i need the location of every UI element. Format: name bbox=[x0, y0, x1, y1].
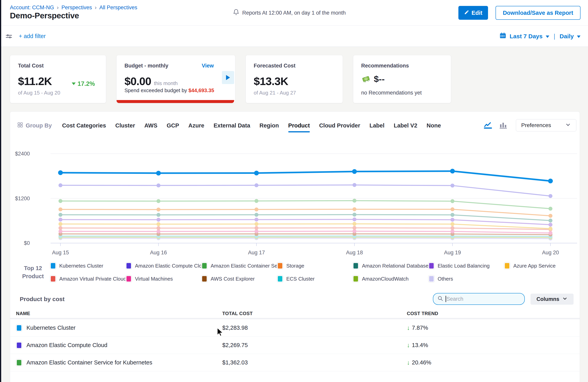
breadcrumb-all-perspectives-link[interactable]: All Perspectives bbox=[99, 4, 137, 11]
total-cost-label: Total Cost bbox=[18, 63, 98, 69]
col-header-cost-trend[interactable]: COST TREND bbox=[407, 311, 580, 316]
svg-text:$1200: $1200 bbox=[15, 195, 30, 201]
forecasted-cost-card: Forecasted Cost $13.3K of Aug 21 - Aug 2… bbox=[246, 55, 343, 103]
series-swatch bbox=[201, 262, 208, 269]
recommendations-card: Recommendations $-- no Recommendations y… bbox=[353, 55, 451, 103]
money-with-wings-icon bbox=[361, 74, 371, 84]
text-cursor bbox=[445, 296, 446, 302]
line-chart-icon[interactable] bbox=[483, 120, 493, 130]
chevron-down-icon[interactable] bbox=[577, 36, 581, 38]
pencil-icon bbox=[464, 10, 469, 16]
svg-text:Aug 15: Aug 15 bbox=[52, 249, 69, 255]
series-swatch bbox=[504, 262, 510, 269]
recommendations-label: Recommendations bbox=[361, 63, 443, 69]
tab-none[interactable]: None bbox=[427, 122, 441, 129]
legend-item[interactable]: ECS Cluster bbox=[277, 275, 353, 282]
mouse-cursor bbox=[217, 327, 224, 337]
table-row[interactable]: Kubernetes Cluster $2,283.98 ↓ 7.87% bbox=[10, 319, 580, 337]
product-cost-table-section: Product by cost Search Columns NAME TOT bbox=[10, 290, 580, 371]
divider: | bbox=[554, 33, 555, 40]
series-swatch bbox=[126, 262, 132, 269]
row-name: Amazon Elastic Container Service for Kub… bbox=[26, 359, 152, 366]
legend-title: Top 12 Product bbox=[16, 264, 50, 280]
table-header-divider bbox=[10, 318, 580, 319]
trend-down-arrow-icon: ↓ bbox=[407, 359, 410, 366]
svg-text:Aug 17: Aug 17 bbox=[248, 249, 265, 255]
bar-chart-icon[interactable] bbox=[499, 120, 508, 130]
tab-cost-categories[interactable]: Cost Categories bbox=[62, 122, 106, 129]
series-swatch bbox=[16, 325, 22, 331]
download-save-report-button[interactable]: Download/Save as Report bbox=[496, 6, 581, 20]
svg-text:Aug 20: Aug 20 bbox=[542, 249, 559, 255]
budget-overspend-bar bbox=[117, 100, 234, 103]
table-row[interactable]: Amazon Elastic Compute Cloud $2,269.75 ↓… bbox=[10, 337, 580, 354]
col-header-total-cost[interactable]: TOTAL COST bbox=[222, 311, 407, 316]
budget-view-link[interactable]: View bbox=[202, 63, 214, 69]
legend-item[interactable]: Virtual Machines bbox=[126, 275, 201, 282]
add-filter-button[interactable]: + add filter bbox=[19, 26, 46, 47]
total-cost-period: of Aug 15 - Aug 20 bbox=[18, 90, 60, 96]
row-total-cost: $2,269.75 bbox=[222, 342, 407, 348]
series-swatch bbox=[353, 275, 359, 282]
breadcrumb-separator: › bbox=[95, 4, 96, 11]
budget-exceeded-amount: $44,693.35 bbox=[189, 87, 214, 93]
collapsed-sidebar-edge bbox=[0, 0, 1, 382]
legend-item[interactable]: Elastic Load Balancing bbox=[428, 262, 504, 269]
search-input[interactable]: Search bbox=[433, 293, 525, 305]
forecasted-cost-value: $13.3K bbox=[254, 75, 288, 88]
tab-aws[interactable]: AWS bbox=[144, 122, 157, 129]
series-swatch bbox=[50, 262, 56, 269]
cost-trend-line-chart[interactable]: $0$1200$2400Aug 15Aug 16Aug 17Aug 18Aug … bbox=[10, 141, 580, 271]
tab-external-data[interactable]: External Data bbox=[214, 122, 250, 129]
table-header-row: NAME TOTAL COST COST TREND bbox=[10, 309, 580, 318]
filter-bar: + add filter Last 7 Days | Daily bbox=[0, 26, 588, 47]
row-total-cost: $1,362.03 bbox=[222, 359, 407, 366]
series-swatch bbox=[16, 342, 22, 349]
budget-next-button[interactable] bbox=[222, 71, 234, 84]
tab-gcp[interactable]: GCP bbox=[167, 122, 179, 129]
group-by-tabs: Cost Categories Cluster AWS GCP Azure Ex… bbox=[62, 122, 441, 129]
breadcrumb-perspectives-link[interactable]: Perspectives bbox=[62, 4, 92, 11]
edit-button[interactable]: Edit bbox=[458, 6, 488, 20]
tab-azure[interactable]: Azure bbox=[188, 122, 204, 129]
legend-item[interactable]: Amazon Elastic Container Se... bbox=[201, 262, 277, 269]
columns-button[interactable]: Columns bbox=[530, 294, 574, 305]
tab-product[interactable]: Product bbox=[288, 122, 310, 129]
header-actions: Edit Download/Save as Report bbox=[458, 6, 581, 20]
table-row[interactable]: Amazon Elastic Container Service for Kub… bbox=[10, 354, 580, 371]
row-trend: 20.46% bbox=[412, 359, 431, 366]
tab-cloud-provider[interactable]: Cloud Provider bbox=[319, 122, 360, 129]
series-swatch bbox=[201, 275, 208, 282]
granularity-selector[interactable]: Daily bbox=[560, 33, 574, 40]
breadcrumb-account-link[interactable]: Account: CCM-NG bbox=[10, 4, 54, 11]
budget-value: $0.00 bbox=[125, 75, 151, 88]
series-swatch bbox=[277, 262, 283, 269]
report-schedule-text: Reports At 12:00 AM, on day 1 of the mon… bbox=[242, 10, 346, 16]
legend-item[interactable]: Storage bbox=[277, 262, 353, 269]
tab-label[interactable]: Label bbox=[369, 122, 384, 129]
recommendations-value: $-- bbox=[374, 74, 385, 84]
budget-card: Budget - monthly View $0.00 this month S… bbox=[116, 55, 235, 103]
date-range-selector[interactable]: Last 7 Days bbox=[510, 33, 543, 40]
legend-item[interactable]: AWS Cost Explorer bbox=[201, 275, 277, 282]
tab-region[interactable]: Region bbox=[259, 122, 279, 129]
preferences-dropdown[interactable]: Preferences bbox=[516, 119, 576, 132]
chevron-down-icon[interactable] bbox=[546, 36, 549, 38]
legend-item[interactable]: Amazon Virtual Private Cloud bbox=[50, 275, 126, 282]
svg-text:$0: $0 bbox=[24, 240, 30, 246]
series-swatch bbox=[16, 359, 22, 366]
legend-item[interactable]: Kubernetes Cluster bbox=[50, 262, 126, 269]
tab-label-v2[interactable]: Label V2 bbox=[394, 122, 417, 129]
table-title: Product by cost bbox=[20, 296, 65, 303]
col-header-name[interactable]: NAME bbox=[16, 311, 222, 316]
tab-cluster[interactable]: Cluster bbox=[115, 122, 135, 129]
legend-item[interactable]: Others bbox=[428, 275, 504, 282]
legend-item[interactable]: Amazon Relational Database ... bbox=[353, 262, 428, 269]
svg-text:Aug 16: Aug 16 bbox=[150, 249, 167, 255]
report-schedule-note: Reports At 12:00 AM, on day 1 of the mon… bbox=[233, 0, 346, 26]
filter-sliders-icon[interactable] bbox=[5, 32, 13, 41]
legend-item[interactable]: Azure App Service bbox=[504, 262, 580, 269]
play-arrow-icon bbox=[226, 75, 230, 80]
legend-item[interactable]: Amazon Elastic Compute Clo... bbox=[126, 262, 201, 269]
legend-item[interactable]: AmazonCloudWatch bbox=[353, 275, 428, 282]
